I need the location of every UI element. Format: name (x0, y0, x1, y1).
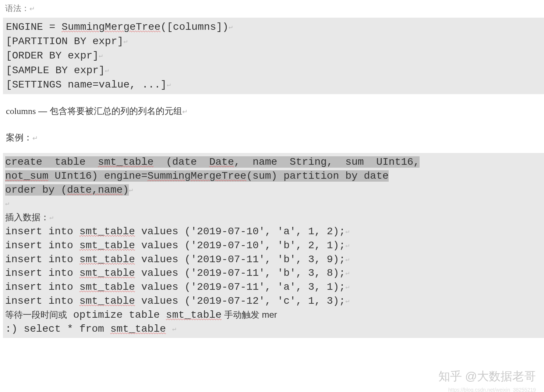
columns-description: columns — 包含将要被汇总的列的列名的元组↵ (6, 105, 544, 117)
return-marker: ↵ (29, 5, 35, 13)
example-code-block: create table smt_table (date Date, name … (3, 153, 544, 338)
insert-line: insert into smt_table values ('2019-07-1… (5, 295, 345, 307)
code-line: [ORDER BY expr] (6, 50, 99, 61)
code-line: ENGINE = SummingMergeTree([columns]) (6, 21, 229, 33)
highlighted-create: order by (date,name) (5, 184, 129, 196)
insert-line: insert into smt_table values ('2019-07-1… (5, 240, 345, 251)
code-line: [SAMPLE BY expr] (6, 65, 105, 76)
code-line: [PARTITION BY expr] (6, 36, 123, 47)
watermark: 知乎 @大数据老哥 (438, 368, 536, 385)
insert-line: insert into smt_table values ('2019-07-1… (5, 226, 345, 237)
optimize-line: 等待一段时间或 optimize table smt_table 手动触发 me… (5, 309, 277, 321)
insert-line: insert into smt_table values ('2019-07-1… (5, 254, 345, 265)
select-line: :) select * from smt_table (5, 323, 166, 335)
insert-line: insert into smt_table values ('2019-07-1… (5, 267, 345, 279)
syntax-code-block: ENGINE = SummingMergeTree([columns])↵ [P… (3, 18, 544, 94)
insert-line: insert into smt_table values ('2019-07-1… (5, 281, 345, 293)
watermark-url: https://blog.csdn.net/weixin_38255219 (448, 387, 536, 392)
syntax-label: 语法：↵ (3, 3, 544, 14)
highlighted-create: create table smt_table (date Date, name … (5, 156, 420, 168)
insert-data-label: 插入数据： (5, 212, 49, 222)
spell-error: SummingMergeTree (61, 21, 160, 33)
highlighted-create: not_sum UInt16) engine=SummingMergeTree(… (5, 170, 389, 182)
code-line: [SETTINGS name=value, ...] (6, 79, 167, 90)
case-label: 案例：↵ (6, 132, 544, 143)
